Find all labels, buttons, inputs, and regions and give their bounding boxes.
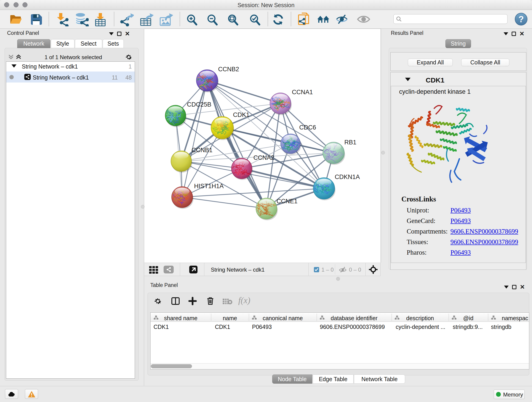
svg-text:CDC6: CDC6 [299,124,316,131]
svg-text:CCNA2: CCNA2 [253,154,274,161]
svg-text:RB1: RB1 [344,139,356,146]
svg-text:CDC25B: CDC25B [187,101,211,108]
svg-text:CCNB1: CCNB1 [191,147,213,153]
svg-text:CDKN1A: CDKN1A [335,173,360,180]
svg-text:HIST1H1A: HIST1H1A [194,183,224,190]
svg-text:CDK1: CDK1 [233,111,249,118]
svg-text:CCNE1: CCNE1 [277,198,298,205]
svg-text:CCNA1: CCNA1 [292,89,313,96]
svg-text:CCNB2: CCNB2 [218,66,239,73]
